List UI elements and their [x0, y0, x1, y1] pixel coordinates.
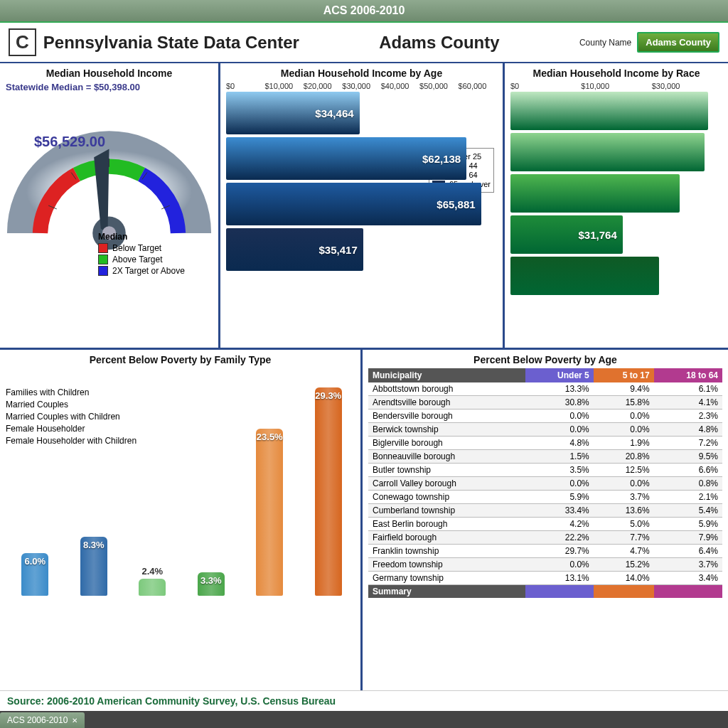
- gauge-note: Statewide Median = $50,398.00: [6, 82, 213, 92]
- summary-row: Summary: [368, 585, 722, 599]
- footer-source: Source: 2006-2010 American Community Sur…: [0, 690, 728, 711]
- hbar: [510, 174, 722, 213]
- app-window: ACS 2006-2010 C Pennsylvania State Data …: [0, 0, 728, 728]
- svg-marker-6: [94, 149, 109, 233]
- vbar-col: 23.5%: [243, 429, 296, 596]
- logo: C: [9, 28, 36, 56]
- county-select-button[interactable]: Adams County: [637, 32, 719, 53]
- hbar: $31,764: [510, 215, 722, 254]
- vbar-col: 8.3%: [68, 537, 121, 596]
- vbar-col: 6.0%: [9, 553, 62, 596]
- income-by-age-panel: Median Household Income by Age $0$10,000…: [220, 63, 505, 348]
- top-row: Median Household Income Statewide Median…: [0, 63, 728, 350]
- gauge-value: $56,529.00: [34, 134, 105, 150]
- col-header[interactable]: 5 to 17: [594, 368, 654, 382]
- gauge-legend-item: 2X Target or Above: [112, 266, 185, 276]
- bar-value: 8.3%: [80, 540, 107, 550]
- hbar: $35,417: [226, 228, 497, 271]
- table-row[interactable]: East Berlin borough4.2%5.0%5.9%: [368, 518, 722, 531]
- gauge-legend: Median Below Target Above Target 2X Targ…: [98, 230, 185, 277]
- race-title: Median Household Income by Race: [510, 68, 722, 79]
- hbar: $65,881: [226, 183, 497, 225]
- income-by-race-panel: Median Household Income by Race $0$10,00…: [505, 63, 728, 348]
- age-bars: Under 2525 to 4445 to 6465 and over $34,…: [226, 92, 497, 271]
- race-bars: $31,764: [510, 92, 722, 295]
- bar-value: $65,881: [437, 198, 475, 210]
- county-name-label: County Name: [579, 38, 631, 48]
- hbar: [510, 92, 722, 130]
- table-row[interactable]: Fairfield borough22.2%7.7%7.9%: [368, 531, 722, 545]
- table-row[interactable]: Germany township13.1%14.0%3.4%: [368, 572, 722, 585]
- gauge-legend-item: Above Target: [112, 255, 163, 264]
- vbar-col: 3.3%: [185, 572, 238, 596]
- table-row[interactable]: Biglerville borough4.8%1.9%7.2%: [368, 437, 722, 450]
- table-header-row: MunicipalityUnder 55 to 1718 to 64: [368, 368, 722, 382]
- sheet-tab-label: ACS 2006-2010: [7, 715, 68, 725]
- table-row[interactable]: Freedom township0.0%15.2%3.7%: [368, 558, 722, 572]
- age-title: Median Household Income by Age: [226, 68, 497, 79]
- bar-value: $62,138: [422, 153, 461, 165]
- col-header[interactable]: Under 5: [525, 368, 594, 382]
- age-axis: $0$10,000$20,000$30,000$40,000$50,000$60…: [226, 82, 497, 90]
- hbar: [510, 257, 722, 295]
- table-row[interactable]: Butler township3.5%12.5%6.6%: [368, 464, 722, 477]
- bar-value: 23.5%: [256, 432, 283, 442]
- poverty-age-table: MunicipalityUnder 55 to 1718 to 64 Abbot…: [368, 368, 722, 598]
- bar-value: $35,417: [319, 244, 358, 256]
- gauge-legend-title: Median: [98, 232, 185, 242]
- table-row[interactable]: Bonneauville borough1.5%20.8%9.5%: [368, 450, 722, 464]
- sheet-tab[interactable]: ACS 2006-2010✕: [0, 712, 85, 728]
- table-row[interactable]: Cumberland township33.4%13.6%5.4%: [368, 504, 722, 518]
- poverty-family-title: Percent Below Poverty by Family Type: [6, 354, 355, 365]
- poverty-family-chart: 6.0%8.3%2.4%3.3%23.5%29.3%: [6, 368, 355, 596]
- table-row[interactable]: Arendtsville borough30.8%15.8%4.1%: [368, 396, 722, 410]
- table-row[interactable]: Bendersville borough0.0%0.0%2.3%: [368, 410, 722, 423]
- table-row[interactable]: Carroll Valley borough0.0%0.0%0.8%: [368, 477, 722, 491]
- header: C Pennsylvania State Data Center Adams C…: [0, 23, 728, 63]
- poverty-age-title: Percent Below Poverty by Age: [368, 354, 722, 365]
- gauge-legend-item: Below Target: [112, 243, 161, 253]
- gauge-panel: Median Household Income Statewide Median…: [0, 63, 220, 348]
- bar-value: $31,764: [579, 229, 617, 241]
- bar-value: 3.3%: [198, 575, 225, 586]
- gauge-chart: $56,529.00: [6, 92, 213, 277]
- col-header[interactable]: Municipality: [368, 368, 525, 382]
- hbar: $62,138: [226, 137, 497, 180]
- table-row[interactable]: Berwick township0.0%0.0%4.8%: [368, 423, 722, 437]
- table-row[interactable]: Franklin township29.7%4.7%6.4%: [368, 545, 722, 558]
- bar-value: 29.3%: [315, 390, 342, 401]
- bar-value: 6.0%: [21, 556, 48, 567]
- gauge-title: Median Household Income: [6, 68, 213, 79]
- race-axis: $0$10,000$30,000: [510, 82, 722, 90]
- title-bar: ACS 2006-2010: [0, 0, 728, 23]
- county-heading: Adams County: [299, 33, 579, 53]
- poverty-family-panel: Percent Below Poverty by Family Type Fam…: [0, 350, 363, 690]
- bar-value: $34,464: [315, 107, 353, 119]
- vbar-col: 2.4%: [126, 579, 179, 596]
- vbar-col: 29.3%: [302, 387, 355, 596]
- bottom-row: Percent Below Poverty by Family Type Fam…: [0, 350, 728, 690]
- table-row[interactable]: Abbottstown borough13.3%9.4%6.1%: [368, 382, 722, 396]
- poverty-age-panel: Percent Below Poverty by Age Municipalit…: [363, 350, 728, 690]
- hbar: $34,464: [226, 92, 497, 134]
- table-row[interactable]: Conewago township5.9%3.7%2.1%: [368, 491, 722, 504]
- hbar: [510, 133, 722, 171]
- bar-value: 2.4%: [139, 566, 166, 577]
- close-icon[interactable]: ✕: [72, 717, 77, 724]
- org-title: Pennsylvania State Data Center: [43, 33, 299, 53]
- col-header[interactable]: 18 to 64: [654, 368, 722, 382]
